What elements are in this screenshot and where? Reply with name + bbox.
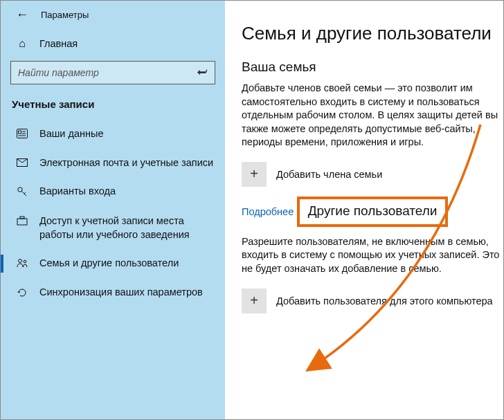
svg-point-12	[24, 260, 26, 263]
add-family-member-row[interactable]: + Добавить члена семьи	[242, 162, 502, 187]
back-arrow-icon[interactable]: ←	[16, 8, 28, 22]
nav-label: Варианты входа	[39, 185, 116, 199]
sidebar-item-your-info[interactable]: Ваши данные	[1, 120, 225, 149]
sidebar-item-family-users[interactable]: Семья и другие пользователи	[1, 249, 225, 278]
others-heading: Другие пользователи	[308, 203, 438, 219]
sidebar-header: ← Параметры	[1, 1, 225, 32]
nav-list: Ваши данные Электронная почта и учетные …	[1, 120, 225, 308]
plus-icon: +	[242, 162, 267, 187]
family-description: Добавьте членов своей семьи — это позвол…	[242, 82, 502, 149]
nav-label: Синхронизация ваших параметров	[39, 286, 203, 300]
svg-line-7	[21, 191, 26, 196]
briefcase-icon	[16, 216, 28, 228]
svg-rect-1	[19, 131, 21, 134]
svg-rect-9	[17, 219, 27, 225]
window-title: Параметры	[41, 10, 89, 20]
search-box[interactable]: ⮨	[10, 61, 215, 84]
mail-icon	[16, 158, 28, 169]
sidebar: ← Параметры ⌂ Главная ⮨ Учетные записи В…	[1, 1, 225, 419]
nav-label: Семья и другие пользователи	[39, 257, 179, 271]
family-heading: Ваша семья	[242, 60, 502, 75]
nav-label: Ваши данные	[39, 127, 104, 141]
category-title: Учетные записи	[1, 94, 225, 120]
content-pane: Семья и другие пользователи Ваша семья Д…	[225, 1, 503, 419]
add-family-label: Добавить члена семьи	[276, 169, 382, 180]
svg-line-8	[24, 192, 26, 194]
people-icon	[16, 258, 28, 270]
sidebar-item-work-school[interactable]: Доступ к учетной записи места работы или…	[1, 207, 225, 249]
svg-rect-10	[20, 217, 24, 219]
key-icon	[16, 186, 28, 199]
nav-label: Доступ к учетной записи места работы или…	[39, 214, 215, 241]
annotation-highlight-box: Другие пользователи	[297, 197, 449, 227]
add-other-user-row[interactable]: + Добавить пользователя для этого компью…	[242, 289, 502, 313]
learn-more-link[interactable]: Подробнее	[242, 206, 294, 217]
svg-point-11	[18, 259, 21, 263]
search-input[interactable]	[18, 67, 197, 78]
sidebar-item-email-accounts[interactable]: Электронная почта и учетные записи	[1, 149, 225, 178]
page-title: Семья и другие пользователи	[242, 23, 502, 44]
settings-window: ← Параметры ⌂ Главная ⮨ Учетные записи В…	[0, 0, 504, 420]
home-icon: ⌂	[16, 37, 28, 50]
add-other-label: Добавить пользователя для этого компьюте…	[276, 295, 493, 307]
plus-icon: +	[242, 289, 267, 313]
home-label: Главная	[39, 38, 78, 49]
nav-label: Электронная почта и учетные записи	[39, 156, 213, 170]
sidebar-item-home[interactable]: ⌂ Главная	[1, 32, 225, 58]
sidebar-item-signin-options[interactable]: Варианты входа	[1, 177, 225, 207]
search-icon: ⮨	[197, 67, 208, 79]
sync-icon	[16, 287, 28, 300]
person-card-icon	[16, 129, 28, 140]
others-description: Разрешите пользователям, не включенным в…	[242, 235, 502, 276]
sidebar-item-sync[interactable]: Синхронизация ваших параметров	[1, 278, 225, 308]
